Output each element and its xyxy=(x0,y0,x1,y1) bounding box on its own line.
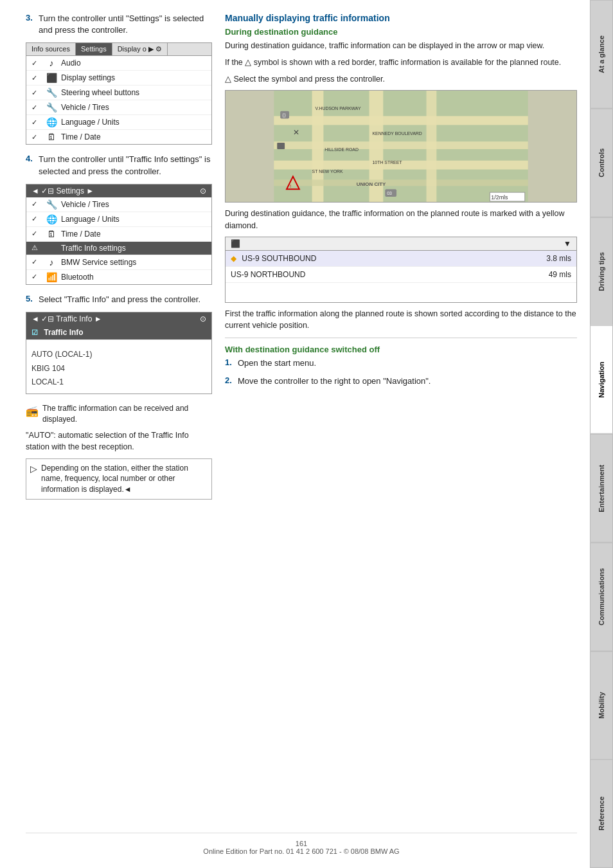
menu-1-row-display[interactable]: ✓ ⬛ Display settings xyxy=(26,71,211,86)
menu-1-row-time[interactable]: ✓ 🗓 Time / Date xyxy=(26,130,211,144)
main-content: 3. Turn the controller until "Settings" … xyxy=(0,0,590,868)
icon-t2: 🗓 xyxy=(46,229,57,239)
check-traffic-info: ☑ xyxy=(31,329,42,337)
menu-2-row-traffic[interactable]: ⚠ Traffic Info settings xyxy=(26,242,211,255)
menu-1-row-vehicle[interactable]: ✓ 🔧 Vehicle / Tires xyxy=(26,100,211,115)
icon-steering: 🔧 xyxy=(46,87,57,98)
right-step-2: 2. Move the controller to the right to o… xyxy=(225,375,577,387)
svg-text:✕: ✕ xyxy=(293,129,299,138)
subsection-title-switched-off: With destination guidance switched off xyxy=(225,345,577,354)
sidebar-tab-reference[interactable]: Reference xyxy=(590,759,613,868)
traffic-northbound-label: US-9 NORTHBOUND xyxy=(231,270,305,279)
menu-1-row-audio[interactable]: ✓ ♪ Audio xyxy=(26,56,211,71)
menu-2-row-bt[interactable]: ✓ 📶 Bluetooth xyxy=(26,270,211,284)
page-number: 161 xyxy=(26,840,577,847)
note-3: ▷ Depending on the station, either the s… xyxy=(26,458,212,500)
step-4: 4. Turn the controller until "Traffic In… xyxy=(26,154,212,177)
menu-2-row-bmw[interactable]: ✓ ♪ BMW Service settings xyxy=(26,255,211,270)
svg-rect-7 xyxy=(427,91,437,202)
sidebar-tab-mobility[interactable]: Mobility xyxy=(590,651,613,760)
menu-tab-display[interactable]: Display o ▶ ⚙ xyxy=(112,43,168,55)
traffic-row-southbound[interactable]: ◆ US-9 SOUTHBOUND 3.8 mls xyxy=(226,251,576,267)
sidebar-tab-communications[interactable]: Communications xyxy=(590,543,613,651)
svg-rect-21 xyxy=(277,143,285,149)
menu-tab-settings[interactable]: Settings xyxy=(76,43,112,55)
menu-label-audio: Audio xyxy=(61,59,81,68)
traffic-row-northbound[interactable]: US-9 NORTHBOUND 49 mls xyxy=(226,267,576,283)
icon-time: 🗓 xyxy=(46,132,57,142)
sidebar-tab-controls[interactable]: Controls xyxy=(590,109,613,217)
menu-2-row-time[interactable]: ✓ 🗓 Time / Date xyxy=(26,227,211,242)
menu-label-time: Time / Date xyxy=(61,132,101,141)
traffic-option-kbig[interactable]: KBIG 104 xyxy=(31,362,206,376)
menu-3-traffic-info-row[interactable]: ☑ Traffic Info xyxy=(26,325,211,340)
note-1-text: The traffic information can be received … xyxy=(42,403,212,425)
label-l2: Language / Units xyxy=(61,215,120,224)
check-icon-bt2: ✓ xyxy=(31,273,42,281)
check-icon-tr2: ⚠ xyxy=(31,244,42,252)
sidebar: At a glance Controls Driving tips Naviga… xyxy=(590,0,613,868)
traffic-list-header-arrow[interactable]: ▼ xyxy=(564,239,571,248)
check-icon-t2: ✓ xyxy=(31,230,42,238)
svg-rect-6 xyxy=(274,180,528,186)
right-step-1: 1. Open the start menu. xyxy=(225,357,577,369)
icon-vehicle: 🔧 xyxy=(46,102,57,113)
icon-audio: ♪ xyxy=(46,58,57,68)
svg-text:1/2mls: 1/2mls xyxy=(491,194,508,201)
menu-2-row-lang[interactable]: ✓ 🌐 Language / Units xyxy=(26,212,211,227)
sidebar-tab-driving-tips[interactable]: Driving tips xyxy=(590,217,613,326)
traffic-option-local[interactable]: LOCAL-1 xyxy=(31,375,206,390)
menu-2-header-text: ◄ ✓⊟ Settings ► xyxy=(31,186,94,195)
para-5: First the traffic information along the … xyxy=(225,308,577,331)
menu-3-header-text: ◄ ✓⊟ Traffic Info ► xyxy=(31,314,102,323)
step-3-text: Turn the controller until "Settings" is … xyxy=(39,13,212,36)
step-3: 3. Turn the controller until "Settings" … xyxy=(26,13,212,36)
label-tr2: Traffic Info settings xyxy=(61,244,126,253)
traffic-list-box: ⬛ ▼ ◆ US-9 SOUTHBOUND 3.8 mls US-9 NORTH… xyxy=(225,237,577,303)
traffic-list-header: ⬛ ▼ xyxy=(226,237,576,251)
sidebar-tab-navigation[interactable]: Navigation xyxy=(590,325,613,434)
menu-2-header-icon: ⊙ xyxy=(200,186,206,195)
traffic-list-header-icon: ⬛ xyxy=(231,239,240,248)
right-step-1-text: Open the start menu. xyxy=(238,357,316,369)
copyright-text: Online Edition for Part no. 01 41 2 600 … xyxy=(26,847,577,855)
left-column: 3. Turn the controller until "Settings" … xyxy=(26,13,212,813)
note-1-icon: 📻 xyxy=(26,404,39,425)
sidebar-tab-at-a-glance[interactable]: At a glance xyxy=(590,0,613,109)
icon-language: 🌐 xyxy=(46,117,57,127)
menu-tab-info[interactable]: Info sources xyxy=(26,43,76,55)
menu-3-header: ◄ ✓⊟ Traffic Info ► ⊙ xyxy=(26,312,211,325)
check-icon-v2: ✓ xyxy=(31,200,42,208)
svg-text:03: 03 xyxy=(387,192,392,196)
traffic-option-auto[interactable]: AUTO (LOCAL-1) xyxy=(31,348,206,362)
icon-b2: ♪ xyxy=(46,257,57,267)
step-5: 5. Select "Traffic Info" and press the c… xyxy=(26,294,212,305)
section-title-manually: Manually displaying traffic information xyxy=(225,13,577,23)
menu-1-row-language[interactable]: ✓ 🌐 Language / Units xyxy=(26,115,211,130)
menu-box-1: Info sources Settings Display o ▶ ⚙ ✓ ♪ … xyxy=(26,42,212,145)
para-4: During destination guidance, the traffic… xyxy=(225,208,577,231)
svg-text:KENNEDY BOULEVARD: KENNEDY BOULEVARD xyxy=(373,132,422,136)
traffic-northbound-value: 49 mls xyxy=(549,270,571,279)
diamond-icon-southbound: ◆ xyxy=(231,254,236,263)
traffic-southbound-label: ◆ US-9 SOUTHBOUND xyxy=(231,254,316,263)
sidebar-tab-entertainment[interactable]: Entertainment xyxy=(590,434,613,543)
menu-label-language: Language / Units xyxy=(61,118,120,127)
step-5-num: 5. xyxy=(26,294,35,305)
page-footer: 161 Online Edition for Part no. 01 41 2 … xyxy=(26,833,577,855)
menu-1-row-steering[interactable]: ✓ 🔧 Steering wheel buttons xyxy=(26,86,211,100)
traffic-list-spacer xyxy=(226,283,576,302)
menu-2-row-vehicle[interactable]: ✓ 🔧 Vehicle / Tires xyxy=(26,197,211,212)
check-icon-language: ✓ xyxy=(31,118,42,127)
svg-text:V.HUDSON PARKWAY: V.HUDSON PARKWAY xyxy=(315,106,361,111)
para-3: △ Select the symbol and press the contro… xyxy=(225,73,577,85)
menu-label-display: Display settings xyxy=(61,73,115,82)
svg-text:!: ! xyxy=(290,184,291,190)
svg-text:UNION CITY: UNION CITY xyxy=(357,182,386,188)
menu-3-header-icon: ⊙ xyxy=(200,314,206,323)
para-2: If the △ symbol is shown with a red bord… xyxy=(225,57,577,68)
right-column: Manually displaying traffic information … xyxy=(225,13,577,813)
menu-label-steering: Steering wheel buttons xyxy=(61,88,139,97)
label-t2: Time / Date xyxy=(61,230,101,239)
right-step-2-text: Move the controller to the right to open… xyxy=(238,375,431,387)
